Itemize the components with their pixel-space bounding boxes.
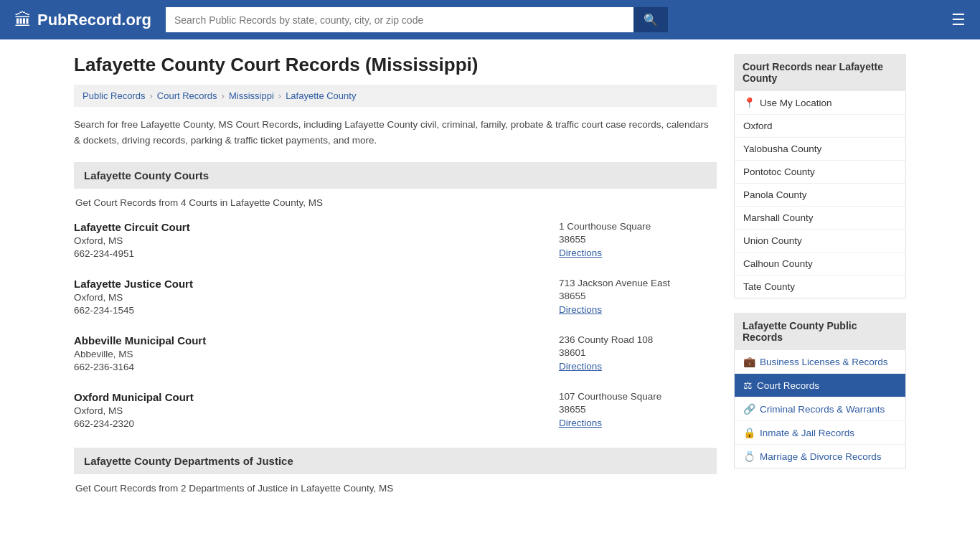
court-address-3: 107 Courthouse Square bbox=[559, 391, 717, 402]
use-my-location-label: Use My Location bbox=[760, 98, 832, 108]
sidebar: Court Records near Lafayette County 📍 Us… bbox=[734, 54, 906, 507]
directions-link-0[interactable]: Directions bbox=[559, 248, 602, 258]
departments-section-header: Lafayette County Departments of Justice bbox=[74, 448, 717, 474]
search-input[interactable] bbox=[166, 7, 633, 32]
court-zip-1: 38655 bbox=[559, 291, 717, 301]
pub-records-icon-4: 💍 bbox=[743, 451, 755, 462]
nearby-item-0[interactable]: Oxford bbox=[735, 115, 905, 138]
court-left-0: Lafayette Circuit Court Oxford, MS 662-2… bbox=[74, 221, 190, 259]
nearby-section-body: 📍 Use My Location OxfordYalobusha County… bbox=[734, 91, 906, 298]
court-zip-3: 38655 bbox=[559, 404, 717, 415]
nearby-label-3: Panola County bbox=[743, 189, 807, 200]
court-entry: Lafayette Justice Court Oxford, MS 662-2… bbox=[74, 278, 717, 319]
logo-icon: 🏛 bbox=[14, 10, 32, 30]
nearby-label-2: Pontotoc County bbox=[743, 166, 815, 177]
logo-text: PubRecord.org bbox=[37, 11, 151, 29]
pub-records-label-1: Court Records bbox=[757, 380, 819, 391]
court-address-2: 236 County Road 108 bbox=[559, 334, 717, 345]
breadcrumb-public-records[interactable]: Public Records bbox=[83, 90, 145, 101]
pub-records-item-0[interactable]: 💼 Business Licenses & Records bbox=[735, 350, 905, 374]
pub-records-label-0: Business Licenses & Records bbox=[760, 357, 888, 367]
pub-records-item-4[interactable]: 💍 Marriage & Divorce Records bbox=[735, 445, 905, 468]
court-phone-3: 662-234-2320 bbox=[74, 418, 194, 429]
directions-link-2[interactable]: Directions bbox=[559, 361, 602, 372]
court-entry: Oxford Municipal Court Oxford, MS 662-23… bbox=[74, 391, 717, 432]
court-city-3: Oxford, MS bbox=[74, 405, 194, 416]
nearby-header: Court Records near Lafayette County bbox=[734, 54, 906, 91]
courts-section-subtitle: Get Court Records from 4 Courts in Lafay… bbox=[74, 197, 717, 208]
nearby-label-5: Union County bbox=[743, 235, 802, 246]
court-name-1: Lafayette Justice Court bbox=[74, 278, 193, 290]
court-right-2: 236 County Road 108 38601 Directions bbox=[559, 334, 717, 372]
breadcrumb-sep-1: › bbox=[149, 90, 152, 101]
breadcrumb-sep-3: › bbox=[278, 90, 281, 101]
courts-section-header: Lafayette County Courts bbox=[74, 162, 717, 189]
pub-records-icon-3: 🔒 bbox=[743, 427, 755, 438]
public-records-header: Lafayette County Public Records bbox=[734, 313, 906, 350]
main-wrapper: Lafayette County Court Records (Mississi… bbox=[60, 39, 920, 521]
court-entry: Lafayette Circuit Court Oxford, MS 662-2… bbox=[74, 221, 717, 262]
pub-records-label-4: Marriage & Divorce Records bbox=[760, 451, 882, 462]
logo-link[interactable]: 🏛 PubRecord.org bbox=[14, 10, 151, 30]
nearby-label-6: Calhoun County bbox=[743, 258, 813, 269]
court-left-3: Oxford Municipal Court Oxford, MS 662-23… bbox=[74, 391, 194, 429]
pub-records-item-2[interactable]: 🔗 Criminal Records & Warrants bbox=[735, 397, 905, 421]
site-header: 🏛 PubRecord.org 🔍 ☰ bbox=[0, 0, 980, 39]
court-right-1: 713 Jackson Avenue East 38655 Directions bbox=[559, 278, 717, 316]
nearby-label-7: Tate County bbox=[743, 281, 795, 292]
page-title: Lafayette County Court Records (Mississi… bbox=[74, 54, 717, 76]
court-phone-2: 662-236-3164 bbox=[74, 362, 206, 372]
pub-records-item-3[interactable]: 🔒 Inmate & Jail Records bbox=[735, 421, 905, 445]
nearby-item-7[interactable]: Tate County bbox=[735, 276, 905, 298]
breadcrumb-mississippi[interactable]: Mississippi bbox=[229, 90, 274, 101]
pub-records-icon-0: 💼 bbox=[743, 356, 755, 367]
court-address-1: 713 Jackson Avenue East bbox=[559, 278, 717, 288]
court-city-2: Abbeville, MS bbox=[74, 349, 206, 359]
nearby-label-0: Oxford bbox=[743, 121, 773, 131]
court-left-2: Abbeville Municipal Court Abbeville, MS … bbox=[74, 334, 206, 372]
content-area: Lafayette County Court Records (Mississi… bbox=[74, 54, 717, 507]
nearby-list: OxfordYalobusha CountyPontotoc CountyPan… bbox=[735, 115, 905, 298]
directions-link-1[interactable]: Directions bbox=[559, 304, 602, 315]
pub-records-label-3: Inmate & Jail Records bbox=[760, 428, 854, 438]
court-right-3: 107 Courthouse Square 38655 Directions bbox=[559, 391, 717, 429]
nearby-item-4[interactable]: Marshall County bbox=[735, 207, 905, 230]
court-left-1: Lafayette Justice Court Oxford, MS 662-2… bbox=[74, 278, 193, 316]
menu-button[interactable]: ☰ bbox=[951, 12, 966, 28]
court-right-0: 1 Courthouse Square 38655 Directions bbox=[559, 221, 717, 259]
public-records-list: 💼 Business Licenses & Records ⚖ Court Re… bbox=[735, 350, 905, 468]
nearby-item-1[interactable]: Yalobusha County bbox=[735, 138, 905, 161]
location-icon: 📍 bbox=[743, 97, 755, 108]
nearby-item-3[interactable]: Panola County bbox=[735, 184, 905, 207]
breadcrumb-sep-2: › bbox=[222, 90, 225, 101]
departments-section-subtitle: Get Court Records from 2 Departments of … bbox=[74, 483, 717, 494]
court-phone-1: 662-234-1545 bbox=[74, 305, 193, 316]
pub-records-item-1[interactable]: ⚖ Court Records bbox=[735, 374, 905, 397]
nearby-label-1: Yalobusha County bbox=[743, 143, 821, 154]
page-description: Search for free Lafayette County, MS Cou… bbox=[74, 117, 717, 148]
nearby-label-4: Marshall County bbox=[743, 212, 814, 223]
breadcrumb: Public Records › Court Records › Mississ… bbox=[74, 85, 717, 107]
nearby-item-2[interactable]: Pontotoc County bbox=[735, 161, 905, 184]
breadcrumb-lafayette-county[interactable]: Lafayette County bbox=[286, 90, 356, 101]
court-phone-0: 662-234-4951 bbox=[74, 248, 190, 259]
court-name-3: Oxford Municipal Court bbox=[74, 391, 194, 403]
nearby-item-6[interactable]: Calhoun County bbox=[735, 253, 905, 276]
court-name-0: Lafayette Circuit Court bbox=[74, 221, 190, 233]
pub-records-label-2: Criminal Records & Warrants bbox=[760, 404, 885, 415]
court-address-0: 1 Courthouse Square bbox=[559, 221, 717, 232]
court-city-1: Oxford, MS bbox=[74, 292, 193, 303]
use-my-location[interactable]: 📍 Use My Location bbox=[735, 91, 905, 115]
directions-link-3[interactable]: Directions bbox=[559, 418, 602, 428]
pub-records-icon-1: ⚖ bbox=[743, 380, 753, 391]
pub-records-icon-2: 🔗 bbox=[743, 403, 755, 415]
court-name-2: Abbeville Municipal Court bbox=[74, 334, 206, 347]
search-area: 🔍 bbox=[166, 7, 668, 32]
breadcrumb-court-records[interactable]: Court Records bbox=[157, 90, 217, 101]
court-city-0: Oxford, MS bbox=[74, 235, 190, 246]
courts-list: Lafayette Circuit Court Oxford, MS 662-2… bbox=[74, 221, 717, 432]
nearby-item-5[interactable]: Union County bbox=[735, 230, 905, 253]
court-zip-0: 38655 bbox=[559, 234, 717, 245]
public-records-body: 💼 Business Licenses & Records ⚖ Court Re… bbox=[734, 350, 906, 468]
search-button[interactable]: 🔍 bbox=[633, 7, 668, 32]
